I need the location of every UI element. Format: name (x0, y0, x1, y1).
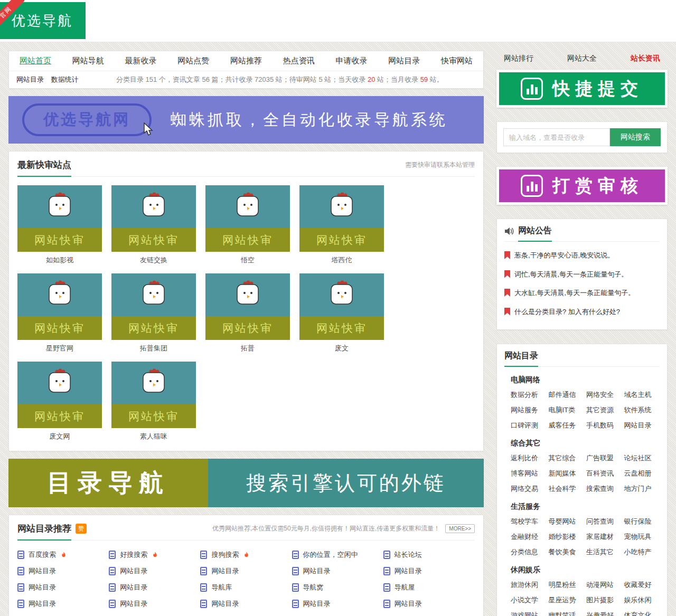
notice-item[interactable]: 大水缸,每天清晨,每天一条正能量句子。 (504, 283, 660, 302)
recommend-link[interactable]: 搜狗搜索 (200, 549, 292, 561)
recommend-link[interactable]: 网站目录 (200, 598, 292, 610)
nav-item[interactable]: 快审网站 (441, 56, 473, 66)
directory-link[interactable]: 金融财经 (511, 532, 547, 542)
nav-item[interactable]: 申请收录 (336, 56, 368, 66)
recommend-link[interactable]: 网站目录 (383, 598, 475, 610)
quick-audit-card[interactable]: 网站快审 拓普集团 (111, 273, 196, 353)
directory-link[interactable]: 小说文学 (511, 595, 547, 605)
quick-audit-card[interactable]: 网站快审 素人猫咪 (111, 362, 196, 441)
directory-link[interactable]: 餐饮美食 (549, 547, 585, 557)
directory-link[interactable]: 搜索查询 (586, 484, 622, 494)
directory-link[interactable]: 威客任务 (549, 421, 585, 430)
recommend-link[interactable]: 网站目录 (17, 598, 109, 610)
directory-link[interactable]: 生活其它 (586, 547, 622, 557)
directory-link[interactable]: 其它综合 (549, 453, 585, 463)
recommend-link[interactable]: 网站目录 (292, 565, 383, 577)
recommend-link[interactable]: 站长论坛 (383, 549, 475, 561)
recommend-link[interactable]: 网站目录 (109, 582, 200, 593)
nav-item[interactable]: 网站推荐 (230, 56, 262, 66)
directory-link[interactable]: 云盘相册 (624, 469, 660, 478)
stats-link-data[interactable]: 数据统计 (51, 75, 79, 83)
directory-link[interactable]: 驾校学车 (511, 517, 547, 526)
directory-banner[interactable]: 目录导航 搜索引擎认可的外链 (8, 459, 484, 507)
recommend-link[interactable]: 好搜搜索 (109, 549, 200, 561)
directory-link[interactable]: 网站服务 (511, 405, 547, 415)
notice-item[interactable]: 葱条,干净的早安心语,晚安说说。 (504, 246, 660, 265)
more-button[interactable]: MORE>> (445, 524, 475, 533)
quick-audit-card[interactable]: 网站快审 友链交换 (111, 185, 196, 265)
directory-link[interactable]: 母婴网站 (549, 517, 585, 526)
directory-link[interactable]: 博客网站 (511, 469, 547, 478)
directory-link[interactable]: 婚纱影楼 (549, 532, 585, 542)
directory-link[interactable]: 百科资讯 (586, 469, 622, 478)
sidebar-top-link[interactable]: 站长资讯 (631, 54, 660, 63)
nav-item[interactable]: 网站导航 (72, 56, 104, 66)
directory-link[interactable]: 游戏网站 (511, 611, 547, 616)
recommend-link[interactable]: 网站目录 (292, 598, 383, 610)
directory-link[interactable]: 旅游休闲 (511, 580, 547, 590)
directory-link[interactable]: 手机数码 (586, 421, 622, 430)
quick-audit-card[interactable]: 网站快审 塔西佗 (299, 185, 384, 265)
sidebar-top-link[interactable]: 网站大全 (567, 54, 597, 63)
quick-audit-card[interactable]: 网站快审 如如影视 (17, 185, 102, 265)
directory-link[interactable]: 明星粉丝 (549, 580, 585, 590)
recommend-link[interactable]: 网站目录 (17, 582, 109, 593)
directory-link[interactable]: 小吃特产 (624, 547, 660, 557)
directory-link[interactable]: 邮件通信 (549, 390, 585, 400)
directory-link[interactable]: 社会科学 (549, 484, 585, 494)
directory-link[interactable]: 新闻媒体 (549, 469, 585, 478)
directory-link[interactable]: 地方门户 (624, 484, 660, 494)
recommend-link[interactable]: 网站目录 (200, 565, 292, 577)
hero-banner[interactable]: 优选导航网 蜘蛛抓取，全自动化收录导航系统 (8, 96, 484, 144)
recommend-link[interactable]: 网站目录 (17, 565, 109, 577)
directory-link[interactable]: 家居建材 (586, 532, 622, 542)
logo[interactable]: 官网 优选导航 (0, 2, 86, 39)
directory-link[interactable]: 返利比价 (511, 453, 547, 463)
nav-item[interactable]: 热点资讯 (283, 56, 315, 66)
quick-audit-card[interactable]: 网站快审 悟空 (205, 185, 290, 265)
directory-link[interactable]: 电脑IT类 (549, 405, 585, 415)
directory-link[interactable]: 口碑评测 (511, 421, 547, 430)
directory-link[interactable]: 广告联盟 (586, 453, 622, 463)
recommend-link[interactable]: 网站目录 (109, 565, 200, 577)
directory-link[interactable]: 银行保险 (624, 517, 660, 526)
directory-link[interactable]: 域名主机 (624, 390, 660, 400)
stats-link-directory[interactable]: 网站目录 (16, 75, 44, 83)
recommend-link[interactable]: 导航库 (200, 582, 292, 593)
nav-item[interactable]: 网站点赞 (177, 56, 209, 66)
directory-link[interactable]: 分类信息 (511, 547, 547, 557)
notice-item[interactable]: 词忙,每天清晨,每天一条正能量句子。 (504, 265, 660, 284)
nav-item[interactable]: 网站目录 (388, 56, 420, 66)
directory-link[interactable]: 软件系统 (624, 405, 660, 415)
sidebar-top-link[interactable]: 网站排行 (504, 54, 533, 63)
quick-audit-card[interactable]: 网站快审 星野官网 (17, 273, 102, 353)
directory-link[interactable]: 网络安全 (586, 390, 622, 400)
recommend-link[interactable]: 你的位置，空闲中 (292, 549, 383, 561)
directory-link[interactable]: 其它资源 (586, 405, 622, 415)
nav-item[interactable]: 网站首页 (20, 56, 51, 66)
recommend-link[interactable]: 网站目录 (109, 598, 200, 610)
notice-item[interactable]: 什么是分类目录? 加入有什么好处? (504, 302, 660, 321)
directory-link[interactable]: 网络交易 (511, 484, 547, 494)
recommend-link[interactable]: 网站目录 (383, 565, 475, 577)
directory-link[interactable]: 网站目录 (624, 421, 660, 430)
directory-link[interactable]: 体育文化 (624, 611, 660, 616)
domain-search-input[interactable] (503, 128, 610, 146)
directory-link[interactable]: 图片摄影 (586, 595, 622, 605)
site-search-button[interactable]: 网站搜索 (610, 128, 661, 146)
directory-link[interactable]: 宠物玩具 (624, 532, 660, 542)
directory-link[interactable]: 星座运势 (549, 595, 585, 605)
quick-audit-card[interactable]: 网站快审 拓普 (205, 273, 290, 353)
directory-link[interactable]: 收藏爱好 (624, 580, 660, 590)
recommend-link[interactable]: 导航屋 (383, 582, 475, 593)
directory-link[interactable]: 数据分析 (511, 390, 547, 400)
directory-link[interactable]: 幽默笑话 (549, 611, 585, 616)
quick-submit-banner[interactable]: 快捷提交 (496, 70, 668, 108)
recommend-link[interactable]: 导航窝 (292, 582, 383, 593)
directory-link[interactable]: 动漫网站 (586, 580, 622, 590)
directory-link[interactable]: 兴趣爱好 (586, 611, 622, 616)
nav-item[interactable]: 最新收录 (125, 56, 157, 66)
directory-link[interactable]: 问答查询 (586, 517, 622, 526)
quick-audit-card[interactable]: 网站快审 废文网 (17, 362, 102, 441)
reward-audit-banner[interactable]: 打赏审核 (496, 167, 668, 205)
